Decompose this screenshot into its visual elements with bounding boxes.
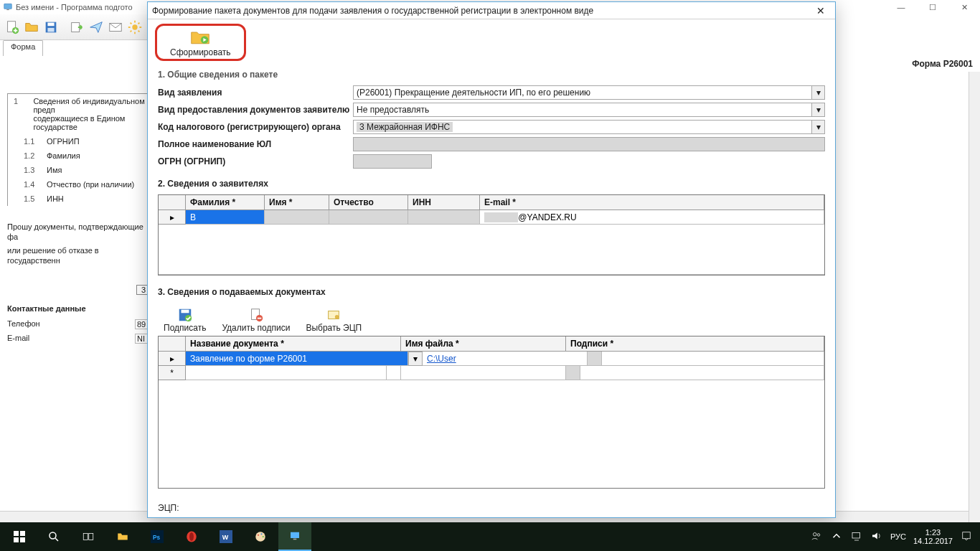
svg-rect-0 [4,4,12,9]
taskbar-opera-icon[interactable] [175,522,208,551]
tray-notifications-icon[interactable] [960,529,973,544]
section2-title: 2. Сведения о заявителях [158,179,825,189]
app-title: Без имени - Программа подгото [16,3,133,11]
chevron-down-icon[interactable]: ▾ [811,86,824,99]
chevron-down-icon[interactable]: ▾ [811,103,824,116]
cell-signatures[interactable] [602,352,824,366]
section-text: содержащиеся в Едином государстве [33,114,145,131]
docname-dropdown-icon[interactable]: ▾ [408,352,423,366]
cell-patronymic[interactable] [329,210,408,225]
section1-title: 1. Общие сведения о пакете [158,70,825,80]
pred-label: Вид предоставления документов заявителю [158,105,353,115]
tray-clock[interactable]: 1:23 14.12.2017 [913,528,953,545]
start-button[interactable] [3,522,36,551]
tray-volume-icon[interactable] [870,529,883,544]
row-selector-icon[interactable]: ▸ [159,210,186,225]
generate-label: Сформировать [170,47,231,57]
mail-icon[interactable] [107,17,125,37]
delete-signatures-button[interactable]: Удалить подписи [222,307,290,333]
row-selector-icon[interactable]: ▸ [159,352,186,366]
taskbar-word-icon[interactable]: W [209,522,242,551]
tab-form[interactable]: Форма [3,40,43,56]
documents-grid[interactable]: Название документа * Имя файла * Подписи… [158,336,825,489]
taskbar-paint-icon[interactable] [244,522,277,551]
tray-language[interactable]: РУС [890,532,906,541]
applicants-grid[interactable]: Фамилия * Имя * Отчество ИНН E-mail * ▸ … [158,194,825,276]
close-button[interactable]: ✕ [948,0,980,14]
taskbar-current-app-icon[interactable] [278,522,311,551]
certificate-icon [324,307,343,323]
taskbar-explorer-icon[interactable] [106,522,139,551]
taskbar-photoshop-icon[interactable]: Ps [141,522,174,551]
ecp-status: ЭЦП: [158,503,179,513]
cell-email[interactable]: @YANDEX.RU [518,212,576,222]
pred-combo[interactable]: Не предоставлять▾ [353,103,825,117]
col-patronymic[interactable]: Отчество [329,195,408,210]
document-row-new[interactable]: * [159,366,824,380]
cell-lastname[interactable]: В [186,210,265,225]
pick-ecp-button[interactable]: Выбрать ЭЦП [306,307,362,333]
svg-point-37 [813,533,816,537]
save-icon[interactable] [42,17,60,37]
svg-point-38 [817,534,819,536]
export-icon[interactable] [68,17,86,37]
cell-inn[interactable] [408,210,480,225]
dialog-titlebar: Формирование пакета документов для подач… [148,2,835,19]
chevron-down-icon[interactable]: ▾ [811,121,824,133]
col-inn[interactable]: ИНН [408,195,480,210]
minimize-button[interactable]: — [885,0,917,14]
folder-play-icon [190,29,210,46]
doc-delete-icon [247,307,265,323]
svg-rect-24 [89,534,93,540]
svg-rect-5 [47,22,54,26]
vid-label: Вид заявления [158,88,353,98]
applicant-row[interactable]: ▸ В @YANDEX.RU [159,210,824,225]
cell-docname[interactable]: Заявление по форме Р26001 [186,352,408,366]
svg-text:Ps: Ps [153,534,161,541]
col-firstname[interactable]: Имя * [265,195,329,210]
maximize-button[interactable]: ☐ [917,0,948,14]
document-row[interactable]: ▸ Заявление по форме Р26001 ▾ C:\User [159,352,824,366]
cell-filepath[interactable]: C:\User [427,354,456,364]
new-doc-icon[interactable] [3,17,21,37]
form-code-label: Форма Р26001 [912,59,973,69]
package-dialog: Формирование пакета документов для подач… [147,1,836,518]
vid-combo[interactable]: (Р26001) Прекращение деятельности ИП, по… [353,85,825,100]
taxcode-label: Код налогового (регистрирующего) органа [158,122,353,132]
generate-button[interactable]: Сформировать [155,24,246,61]
settings-icon[interactable] [126,17,144,37]
task-view-icon[interactable] [72,522,105,551]
new-row-icon[interactable]: * [159,366,186,380]
col-email[interactable]: E-mail * [480,195,824,210]
col-signatures[interactable]: Подписи * [566,336,824,352]
col-lastname[interactable]: Фамилия * [186,195,265,210]
ogrn-field[interactable] [353,154,432,169]
tray-up-icon[interactable] [830,529,843,544]
fullname-field[interactable] [353,137,825,151]
tray-network-icon[interactable] [850,529,863,544]
col-filename[interactable]: Имя файла * [401,336,566,352]
col-docname[interactable]: Название документа * [186,336,401,352]
svg-point-22 [50,532,56,539]
vertical-scrollbar[interactable] [969,72,980,522]
svg-text:W: W [222,534,229,541]
windows-taskbar: Ps W РУС 1:23 14.12.2017 [0,522,980,551]
dialog-close-button[interactable]: ✕ [811,4,831,18]
svg-rect-19 [20,531,25,536]
background-form-outline: 1 Сведения об индивидуальном предп содер… [7,93,151,346]
svg-point-32 [258,534,259,536]
sign-button[interactable]: Подписать [164,307,206,333]
svg-rect-21 [20,537,25,542]
svg-rect-6 [47,27,54,31]
cell-sign-indicator[interactable] [566,366,580,380]
taxcode-combo[interactable]: 3 Межрайонная ИФНС▾ [353,120,825,134]
svg-rect-36 [293,539,297,540]
search-icon[interactable] [37,522,70,551]
tray-people-icon[interactable] [810,529,823,544]
send-icon[interactable] [88,17,105,37]
cell-firstname[interactable] [265,210,329,225]
cell-sign-indicator[interactable] [588,352,602,366]
svg-rect-1 [6,9,9,10]
svg-point-28 [189,532,194,541]
open-folder-icon[interactable] [22,17,40,37]
